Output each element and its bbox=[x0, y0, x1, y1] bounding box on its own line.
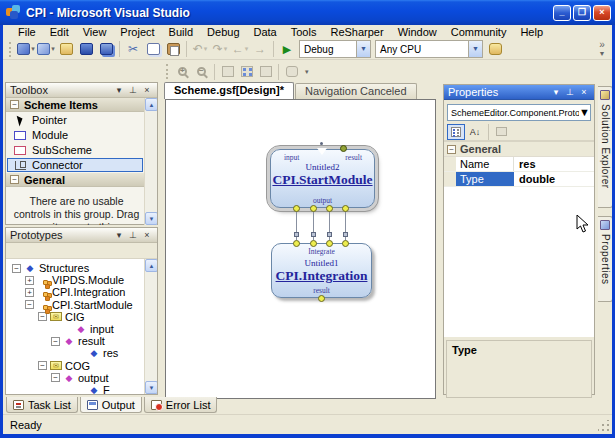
tab-navigation-canceled[interactable]: Navigation Canceled bbox=[295, 83, 417, 99]
toolbar-overflow-icon[interactable]: ▾ bbox=[305, 68, 309, 76]
toolbox-item-connector[interactable]: Connector bbox=[7, 158, 143, 172]
tab-scheme-design[interactable]: Scheme.gsf[Design]* bbox=[164, 82, 294, 99]
lock-button[interactable] bbox=[283, 64, 300, 80]
toolbox-item-subscheme[interactable]: SubScheme bbox=[7, 143, 143, 157]
close-panel-icon[interactable]: × bbox=[141, 85, 153, 95]
scheme-design-canvas[interactable]: input result Untitled2 CPI.StartModule o… bbox=[165, 99, 436, 399]
tree-item-f[interactable]: ◆F bbox=[6, 384, 157, 394]
zoom-out-button[interactable]: − bbox=[193, 64, 210, 80]
prototypes-title-bar[interactable]: Prototypes ▾ ⊥ × bbox=[6, 228, 157, 243]
properties-title-bar[interactable]: Properties ▾ ⊥ × bbox=[444, 85, 594, 100]
object-selector-combo[interactable]: SchemeEditor.Component.Prototype ▼ bbox=[447, 104, 591, 121]
window-position-icon[interactable]: ▾ bbox=[550, 87, 562, 97]
prototypes-scrollbar[interactable]: ▲ ▼ bbox=[144, 259, 157, 394]
category-general[interactable]: − General bbox=[444, 142, 594, 157]
module-type-link[interactable]: CPI.StartModule bbox=[271, 172, 374, 188]
save-button[interactable] bbox=[77, 41, 95, 58]
combo-dropdown-icon[interactable]: ▼ bbox=[579, 105, 590, 120]
tab-solution-explorer[interactable]: Solution Explorer bbox=[598, 86, 613, 208]
paste-button[interactable] bbox=[164, 41, 182, 58]
save-all-button[interactable] bbox=[97, 41, 115, 58]
tree-item-res[interactable]: ◆res bbox=[6, 347, 157, 359]
integrate-port[interactable] bbox=[310, 240, 317, 247]
minimize-button[interactable]: _ bbox=[553, 5, 571, 21]
auto-hide-pin-icon[interactable]: ⊥ bbox=[127, 85, 139, 95]
close-button[interactable]: × bbox=[593, 5, 611, 21]
toolbox-item-pointer[interactable]: Pointer bbox=[7, 113, 143, 127]
property-name[interactable]: Name bbox=[456, 157, 514, 171]
tree-item-cig[interactable]: −✉CIG bbox=[6, 311, 157, 323]
tree-item-output[interactable]: −◆output bbox=[6, 372, 157, 384]
tree-item-result[interactable]: −◆result bbox=[6, 335, 157, 347]
close-panel-icon[interactable]: × bbox=[578, 87, 590, 97]
alphabetical-sort-button[interactable]: A↓ bbox=[466, 124, 484, 140]
toolbox-scrollbar[interactable]: ▲ ▼ bbox=[144, 98, 157, 225]
collapse-icon[interactable]: − bbox=[10, 175, 19, 184]
menu-edit[interactable]: Edit bbox=[43, 25, 76, 39]
zoom-in-button[interactable]: + bbox=[174, 64, 191, 80]
start-debug-button[interactable]: ▶ bbox=[278, 41, 296, 58]
toolbox-group-general[interactable]: − General bbox=[6, 173, 157, 187]
cut-button[interactable]: ✂ bbox=[124, 41, 142, 58]
module-integration[interactable]: Integrate Untitled1 CPI.Integration resu… bbox=[271, 243, 372, 298]
property-value[interactable]: double bbox=[514, 172, 594, 186]
expander-icon[interactable]: − bbox=[38, 361, 47, 370]
tree-item-input[interactable]: ◆input bbox=[6, 323, 157, 335]
toolbox-item-module[interactable]: Module bbox=[7, 128, 143, 142]
expander-icon[interactable]: − bbox=[38, 312, 47, 321]
redo-button[interactable]: ↷▾ bbox=[211, 41, 229, 58]
debug-config-combo[interactable]: Debug ▼ bbox=[299, 40, 371, 58]
tree-item-structures[interactable]: −◆Structures bbox=[6, 262, 157, 274]
menu-tools[interactable]: Tools bbox=[284, 25, 324, 39]
toolbar-grip[interactable] bbox=[166, 64, 170, 79]
combo-dropdown-icon[interactable]: ▼ bbox=[356, 41, 370, 57]
scroll-up-icon[interactable]: ▲ bbox=[145, 259, 157, 272]
property-row-type[interactable]: Type double bbox=[444, 172, 594, 187]
collapse-icon[interactable]: − bbox=[10, 100, 19, 109]
layout-button[interactable] bbox=[257, 64, 274, 80]
expander-icon[interactable]: − bbox=[25, 300, 34, 309]
output-port[interactable] bbox=[293, 205, 300, 212]
fit-to-page-button[interactable] bbox=[238, 64, 255, 80]
new-project-button[interactable]: ▾ bbox=[17, 41, 35, 58]
scroll-up-icon[interactable]: ▲ bbox=[145, 98, 157, 111]
align-button[interactable] bbox=[219, 64, 236, 80]
close-panel-icon[interactable]: × bbox=[141, 230, 153, 240]
output-port[interactable] bbox=[310, 205, 317, 212]
tab-properties-autohide[interactable]: Properties bbox=[598, 216, 613, 302]
expander-icon[interactable]: + bbox=[25, 276, 34, 285]
property-row-name[interactable]: Name res bbox=[444, 157, 594, 172]
resize-grip[interactable] bbox=[598, 420, 611, 433]
navigate-forward-button[interactable]: → bbox=[251, 41, 269, 58]
open-file-button[interactable] bbox=[57, 41, 75, 58]
tab-error-list[interactable]: Error List bbox=[144, 397, 218, 413]
property-value[interactable]: res bbox=[514, 157, 594, 171]
auto-hide-pin-icon[interactable]: ⊥ bbox=[127, 230, 139, 240]
output-port[interactable] bbox=[326, 205, 333, 212]
tree-item-cog[interactable]: −✉COG bbox=[6, 360, 157, 372]
module-startmodule[interactable]: input result Untitled2 CPI.StartModule o… bbox=[270, 149, 375, 208]
result-port[interactable] bbox=[340, 145, 347, 152]
menu-resharper[interactable]: ReSharper bbox=[323, 25, 390, 39]
menu-data[interactable]: Data bbox=[247, 25, 284, 39]
tree-item-cpi-startmodule[interactable]: −CPI.StartModule bbox=[6, 299, 157, 311]
tree-item-vipds-module[interactable]: +VIPDS.Module bbox=[6, 274, 157, 286]
result-port[interactable] bbox=[318, 295, 325, 302]
tree-item-cpi-integration[interactable]: +CPI.Integration bbox=[6, 286, 157, 298]
add-item-button[interactable]: ▾ bbox=[37, 41, 55, 58]
expander-icon[interactable]: − bbox=[12, 264, 21, 273]
integrate-port[interactable] bbox=[326, 240, 333, 247]
integrate-port[interactable] bbox=[342, 240, 349, 247]
toolbar-grip[interactable] bbox=[9, 42, 13, 57]
window-position-icon[interactable]: ▾ bbox=[113, 85, 125, 95]
scroll-down-icon[interactable]: ▼ bbox=[145, 381, 157, 394]
expander-icon[interactable]: + bbox=[25, 288, 34, 297]
menu-view[interactable]: View bbox=[76, 25, 114, 39]
categorized-button[interactable] bbox=[447, 124, 465, 140]
window-position-icon[interactable]: ▾ bbox=[113, 230, 125, 240]
menu-community[interactable]: Community bbox=[444, 25, 514, 39]
collapse-icon[interactable]: − bbox=[447, 145, 456, 154]
combo-dropdown-icon[interactable]: ▼ bbox=[468, 41, 482, 57]
auto-hide-pin-icon[interactable]: ⊥ bbox=[564, 87, 576, 97]
module-type-link[interactable]: CPI.Integration bbox=[272, 268, 371, 284]
